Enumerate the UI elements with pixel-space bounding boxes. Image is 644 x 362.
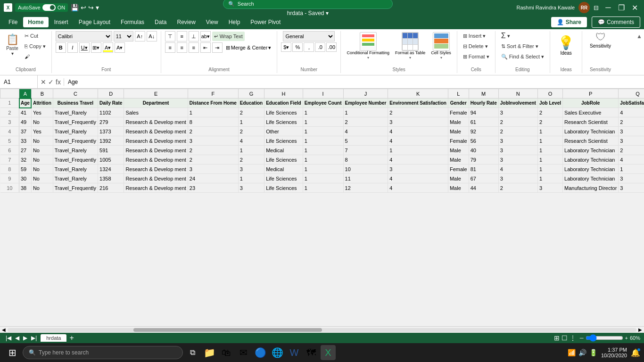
cell-A2[interactable]: 41: [19, 108, 32, 117]
cell-B5[interactable]: No: [31, 136, 53, 146]
cell-E7[interactable]: Research & Develop ment: [124, 155, 188, 165]
font-size-select[interactable]: 11: [114, 31, 133, 41]
menu-page-layout[interactable]: Page Layout: [74, 17, 115, 27]
cell-D7[interactable]: 1005: [98, 155, 124, 165]
cell-M6[interactable]: 40: [469, 146, 498, 155]
cell-N4[interactable]: 2: [498, 127, 537, 136]
col-header-J[interactable]: J: [343, 89, 388, 99]
menu-review[interactable]: Review: [172, 17, 200, 27]
cell-J8[interactable]: 10: [343, 165, 388, 174]
sort-filter-button[interactable]: ⇅ Sort & Filter ▾: [499, 41, 546, 51]
cell-J4[interactable]: 4: [343, 127, 388, 136]
cell-A4[interactable]: 37: [19, 127, 32, 136]
cell-I1[interactable]: Employee Count: [303, 99, 343, 108]
mail-button[interactable]: ✉: [236, 345, 251, 360]
cell-H6[interactable]: Medical: [264, 146, 303, 155]
cell-H10[interactable]: Life Sciences: [264, 183, 303, 193]
cell-B8[interactable]: No: [31, 165, 53, 174]
col-header-O[interactable]: O: [537, 89, 562, 99]
increase-decimal-button[interactable]: .0: [315, 42, 325, 52]
sheet-nav-prev[interactable]: ◀: [13, 335, 21, 341]
cell-B9[interactable]: No: [31, 174, 53, 183]
menu-file[interactable]: File: [4, 17, 22, 27]
ribbon-collapse-button[interactable]: ▲: [636, 33, 642, 40]
cell-C4[interactable]: Travel_Rarely: [53, 127, 98, 136]
cell-H3[interactable]: Life Sciences: [264, 117, 303, 127]
redo-button[interactable]: ↪: [88, 4, 94, 11]
cell-B4[interactable]: Yes: [31, 127, 53, 136]
scroll-track[interactable]: [8, 328, 636, 332]
col-header-C[interactable]: C: [53, 89, 98, 99]
delete-dropdown[interactable]: ▾: [485, 43, 488, 49]
cell-N3[interactable]: 2: [498, 117, 537, 127]
cell-M4[interactable]: 92: [469, 127, 498, 136]
row-num-5[interactable]: 5: [0, 136, 19, 146]
cell-N1[interactable]: JobIn­volve­ment: [498, 99, 537, 108]
col-header-A[interactable]: A: [19, 89, 32, 99]
cell-D10[interactable]: 216: [98, 183, 124, 193]
page-layout-view-button[interactable]: ☐: [561, 334, 568, 342]
row-num-4[interactable]: 4: [0, 127, 19, 136]
cell-F5[interactable]: 3: [188, 136, 238, 146]
decrease-font-button[interactable]: A↓: [147, 31, 157, 41]
cell-B7[interactable]: No: [31, 155, 53, 165]
cell-H9[interactable]: Life Sciences: [264, 174, 303, 183]
cell-M9[interactable]: 67: [469, 174, 498, 183]
sum-dropdown[interactable]: ▾: [507, 33, 510, 39]
cell-G4[interactable]: 2: [238, 127, 264, 136]
orient-text-button[interactable]: ab▾: [200, 31, 211, 41]
cell-P4[interactable]: Laboratory Technician: [563, 127, 619, 136]
cell-P10[interactable]: Manufacturing Director: [563, 183, 619, 193]
cell-L5[interactable]: Female: [448, 136, 469, 146]
align-center-button[interactable]: ≡: [177, 42, 187, 53]
cell-A1[interactable]: Age: [19, 99, 32, 108]
cell-N7[interactable]: 3: [498, 155, 537, 165]
cell-C3[interactable]: Travel_Frequently: [53, 117, 98, 127]
cell-M7[interactable]: 79: [469, 155, 498, 165]
copy-button[interactable]: ⎘ Copy ▾: [23, 41, 48, 51]
cell-Q4[interactable]: 3: [619, 127, 644, 136]
cell-N8[interactable]: 4: [498, 165, 537, 174]
menu-home[interactable]: Home: [23, 17, 48, 27]
bold-button[interactable]: B: [56, 42, 66, 53]
decrease-decimal-button[interactable]: .00: [326, 42, 337, 52]
find-select-dropdown[interactable]: ▾: [541, 54, 544, 60]
horizontal-scrollbar[interactable]: ◀ ▶: [0, 326, 644, 333]
browser-button[interactable]: 🌐: [270, 345, 285, 360]
cell-P7[interactable]: Laboratory Technician: [563, 155, 619, 165]
cell-J9[interactable]: 11: [343, 174, 388, 183]
cell-K4[interactable]: 4: [388, 127, 448, 136]
cell-E3[interactable]: Research & Develop ment: [124, 117, 188, 127]
cell-O3[interactable]: 2: [537, 117, 562, 127]
format-dropdown[interactable]: ▾: [487, 54, 489, 60]
col-header-E[interactable]: E: [124, 89, 188, 99]
autosave-button[interactable]: AutoSave ON: [15, 3, 68, 12]
confirm-formula-button[interactable]: ✓: [48, 78, 54, 86]
search-box[interactable]: 🔍 Search: [223, 0, 393, 9]
col-header-K[interactable]: K: [388, 89, 448, 99]
sensitivity-button[interactable]: 🛡 Sensitivity: [586, 31, 615, 49]
sort-filter-dropdown[interactable]: ▾: [536, 43, 538, 49]
cell-C5[interactable]: Travel_Frequently: [53, 136, 98, 146]
cell-J1[interactable]: Employee Number: [343, 99, 388, 108]
cell-O5[interactable]: 1: [537, 136, 562, 146]
cell-D1[interactable]: Daily Rate: [98, 99, 124, 108]
cell-A10[interactable]: 38: [19, 183, 32, 193]
ribbon-toggle-button[interactable]: ⊟: [594, 4, 599, 11]
word-button[interactable]: W: [287, 345, 302, 360]
cell-C10[interactable]: Travel_Frequently: [53, 183, 98, 193]
cell-G10[interactable]: 3: [238, 183, 264, 193]
menu-help[interactable]: Help: [224, 17, 245, 27]
currency-button[interactable]: $▾: [281, 42, 291, 52]
cell-O9[interactable]: 1: [537, 174, 562, 183]
cell-O6[interactable]: 1: [537, 146, 562, 155]
cell-E8[interactable]: Research & Develop ment: [124, 165, 188, 174]
chrome-button[interactable]: 🔵: [253, 345, 268, 360]
row-num-6[interactable]: 6: [0, 146, 19, 155]
align-top-button[interactable]: ⊤: [165, 31, 175, 41]
cell-L8[interactable]: Female: [448, 165, 469, 174]
cell-L2[interactable]: Female: [448, 108, 469, 117]
row-num-3[interactable]: 3: [0, 117, 19, 127]
row-num-10[interactable]: 10: [0, 183, 19, 193]
cell-G1[interactable]: Educa­tion: [238, 99, 264, 108]
